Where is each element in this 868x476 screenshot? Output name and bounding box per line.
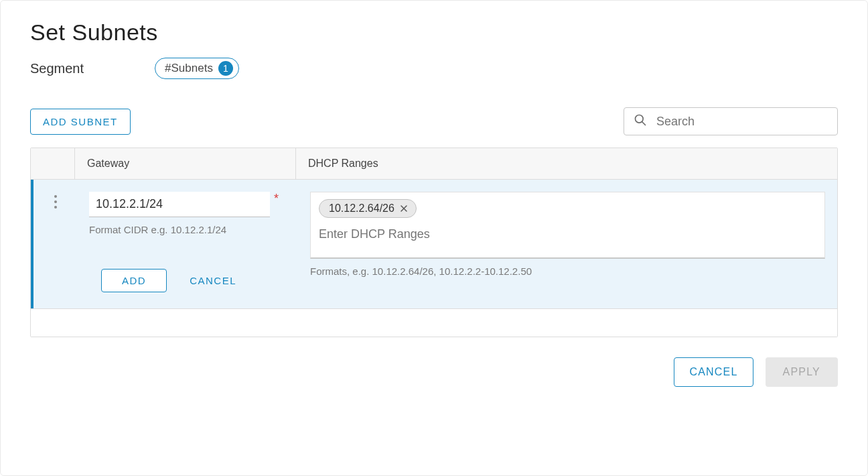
svg-point-2 (54, 195, 57, 198)
header-dhcp-ranges: DHCP Ranges (295, 148, 837, 179)
set-subnets-dialog: Set Subnets Segment #Subnets 1 ADD SUBNE… (0, 0, 868, 476)
dialog-apply-button[interactable]: APPLY (766, 357, 838, 387)
subnets-count-value: 1 (218, 61, 233, 76)
table-row: * Format CIDR e.g. 10.12.2.1/24 ADD CANC… (31, 180, 837, 308)
dialog-cancel-button[interactable]: CANCEL (674, 357, 753, 387)
add-subnet-button[interactable]: ADD SUBNET (30, 109, 131, 135)
row-action-buttons: ADD CANCEL (101, 269, 298, 292)
dhcp-chip-label: 10.12.2.64/26 (329, 202, 394, 215)
toolbar: ADD SUBNET (30, 107, 838, 135)
dhcp-hint: Formats, e.g. 10.12.2.64/26, 10.12.2.2-1… (310, 265, 825, 277)
subnets-table: Gateway DHCP Ranges * Format CIDR (30, 147, 838, 337)
subnets-count-badge[interactable]: #Subnets 1 (155, 58, 239, 79)
svg-line-1 (642, 122, 646, 125)
gateway-hint: Format CIDR e.g. 10.12.2.1/24 (89, 224, 298, 235)
search-box[interactable] (624, 107, 838, 135)
chip-remove-icon[interactable] (399, 203, 409, 214)
gateway-cell: * Format CIDR e.g. 10.12.2.1/24 ADD CANC… (77, 180, 298, 292)
segment-row: Segment #Subnets 1 (30, 58, 838, 79)
more-actions-icon (54, 194, 58, 209)
dialog-title: Set Subnets (30, 19, 838, 46)
svg-point-3 (54, 200, 57, 203)
required-indicator: * (274, 192, 279, 205)
header-handle-col (31, 148, 74, 179)
row-add-button[interactable]: ADD (101, 269, 167, 292)
gateway-input[interactable] (89, 192, 270, 217)
dhcp-cell: 10.12.2.64/26 Formats, e.g. 10.12.2.64/2… (298, 180, 837, 292)
svg-point-4 (54, 206, 57, 209)
table-header: Gateway DHCP Ranges (31, 148, 837, 180)
dhcp-ranges-area[interactable]: 10.12.2.64/26 (310, 192, 825, 259)
search-icon (634, 113, 647, 129)
table-footer (31, 308, 837, 337)
row-actions-handle[interactable] (33, 180, 77, 292)
dhcp-ranges-input[interactable] (319, 225, 816, 244)
subnets-tag-label: #Subnets (165, 62, 213, 75)
search-input[interactable] (655, 114, 828, 129)
dialog-footer: CANCEL APPLY (30, 357, 838, 387)
table-body: * Format CIDR e.g. 10.12.2.1/24 ADD CANC… (31, 180, 837, 308)
segment-label: Segment (30, 61, 84, 76)
header-gateway: Gateway (74, 148, 295, 179)
dhcp-range-chip[interactable]: 10.12.2.64/26 (319, 199, 417, 218)
row-cancel-button[interactable]: CANCEL (186, 274, 240, 287)
